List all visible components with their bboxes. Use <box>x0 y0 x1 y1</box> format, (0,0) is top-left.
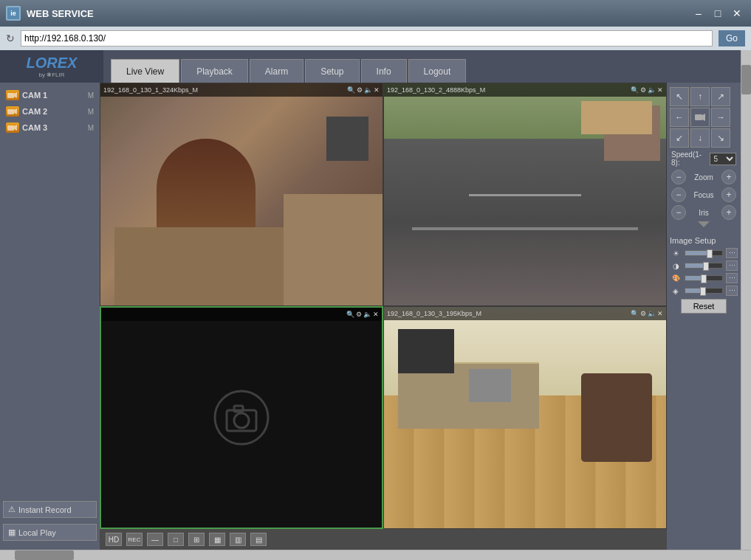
svg-rect-0 <box>7 93 14 98</box>
nav-tabs: Live View Playback Alarm Setup Info Logo… <box>103 50 466 83</box>
contrast-slider-track[interactable] <box>685 263 723 269</box>
saturation-slider-track[interactable] <box>685 275 723 281</box>
tab-logout[interactable]: Logout <box>408 59 467 83</box>
local-play-button[interactable]: ▦ Local Play <box>3 524 97 541</box>
ptz-down[interactable]: ↓ <box>690 128 710 148</box>
ptz-down-left[interactable]: ↙ <box>670 128 689 148</box>
zoom-label: Zoom <box>689 173 719 182</box>
ptz-up-left[interactable]: ↖ <box>670 87 689 106</box>
video-cell-2[interactable]: 192_168_0_130_2_4888Kbps_M 🔍 ⚙ 🔈 ✕ <box>383 83 667 306</box>
zoom-out-button[interactable]: − <box>671 170 686 184</box>
layout-9-button[interactable]: ▤ <box>250 533 267 546</box>
speed-control: Speed(1-8): 5 1 2 3 4 6 7 8 <box>670 151 738 167</box>
zoom-in-button[interactable]: + <box>721 170 736 184</box>
ptz-up-right[interactable]: ↗ <box>711 87 730 106</box>
tab-live-view[interactable]: Live View <box>111 59 179 83</box>
focus-out-button[interactable]: − <box>671 187 686 202</box>
ptz-right[interactable]: → <box>711 108 730 127</box>
tab-info[interactable]: Info <box>361 59 407 83</box>
camera-item-2[interactable]: CAM 2 M <box>3 105 97 118</box>
camera-item-1[interactable]: CAM 1 M <box>3 89 97 102</box>
video-cell-1[interactable]: 192_168_0_130_1_324Kbps_M 🔍 ⚙ 🔈 ✕ <box>100 83 383 306</box>
tab-setup[interactable]: Setup <box>305 59 359 83</box>
ptz-expand-icon[interactable] <box>698 221 710 227</box>
tab-playback[interactable]: Playback <box>181 59 248 83</box>
video-info-2: 192_168_0_130_2_4888Kbps_M <box>387 86 485 94</box>
brightness-slider-track[interactable] <box>685 250 723 256</box>
layout-1-button[interactable]: — <box>147 533 163 546</box>
cam-1-m: M <box>88 91 94 100</box>
speed-select[interactable]: 5 1 2 3 4 6 7 8 <box>710 153 736 165</box>
brightness-detail[interactable]: ⋯ <box>726 248 738 258</box>
tab-alarm[interactable]: Alarm <box>250 59 304 83</box>
hue-handle[interactable] <box>700 287 706 296</box>
video-cell-3[interactable]: 🔍 ⚙ 🔈 ✕ <box>100 306 383 530</box>
video-bar-1: 192_168_0_130_1_324Kbps_M 🔍 ⚙ 🔈 ✕ <box>100 83 383 97</box>
svg-point-8 <box>234 413 249 428</box>
hd-button[interactable]: HD <box>106 533 122 546</box>
camera-placeholder-icon <box>212 388 271 447</box>
image-setup-title: Image Setup <box>670 236 738 245</box>
contrast-detail[interactable]: ⋯ <box>726 260 738 271</box>
ptz-down-right[interactable]: ↘ <box>711 128 730 148</box>
maximize-button[interactable]: □ <box>710 7 726 20</box>
minimize-button[interactable]: – <box>690 7 707 20</box>
cam-3-icon <box>6 122 19 133</box>
go-button[interactable]: Go <box>719 30 745 46</box>
ptz-left[interactable]: ← <box>670 108 689 127</box>
close-icon-3[interactable]: ✕ <box>373 311 379 318</box>
layout-6-button[interactable]: ▦ <box>209 533 225 546</box>
focus-in-button[interactable]: + <box>721 187 736 202</box>
close-icon-4[interactable]: ✕ <box>657 310 663 317</box>
brightness-handle[interactable] <box>707 249 713 258</box>
camera-item-3[interactable]: CAM 3 M <box>3 121 97 134</box>
cam-3-label: CAM 3 <box>22 123 47 132</box>
refresh-button[interactable]: ↻ <box>6 32 15 44</box>
url-input[interactable] <box>21 30 713 46</box>
video-cell-4[interactable]: 192_168_0_130_3_195Kbps_M 🔍 ⚙ 🔈 ✕ <box>383 306 667 530</box>
svg-marker-11 <box>702 114 705 121</box>
brightness-row: ☀ ⋯ <box>670 248 738 258</box>
sidebar: CAM 1 M CAM 2 M CAM 3 <box>0 83 100 550</box>
saturation-detail[interactable]: ⋯ <box>726 273 738 283</box>
instant-record-button[interactable]: ⚠ Instant Record <box>3 501 97 518</box>
rec-icon-4: ⚙ <box>640 310 646 317</box>
horizontal-scrollbar[interactable] <box>0 550 751 560</box>
reset-button[interactable]: Reset <box>681 299 727 314</box>
hue-slider-track[interactable] <box>685 288 723 294</box>
local-play-label: Local Play <box>18 528 56 537</box>
hue-row: ◈ ⋯ <box>670 286 738 296</box>
instant-record-label: Instant Record <box>18 505 72 514</box>
app-icon: ie <box>6 6 21 21</box>
video-toolbar: HD REC — □ ⊞ ▦ ▥ ▤ <box>100 529 667 550</box>
ptz-panel: ↖ ↑ ↗ ← → ↙ ↓ ↘ <box>667 83 741 550</box>
svg-point-6 <box>215 391 268 444</box>
ptz-camera-btn[interactable] <box>690 108 710 127</box>
window-title: WEB SERVICE <box>27 8 685 19</box>
video-icons-1: 🔍 ⚙ 🔈 ✕ <box>347 86 380 94</box>
layout-8-button[interactable]: ▥ <box>230 533 246 546</box>
contrast-handle[interactable] <box>703 262 709 271</box>
cam-3-m: M <box>88 124 94 132</box>
ptz-controls: ↖ ↑ ↗ ← → ↙ ↓ ↘ <box>667 83 741 233</box>
local-play-icon: ▦ <box>8 528 16 537</box>
app-header: LOREX by ❋FLIR Live View Playback Alarm … <box>0 50 741 83</box>
saturation-handle[interactable] <box>701 274 707 283</box>
vertical-scrollbar[interactable] <box>741 50 751 550</box>
zoom-icon-4: 🔍 <box>631 310 639 317</box>
close-icon-2[interactable]: ✕ <box>657 86 663 94</box>
iris-control: − Iris + <box>670 205 738 220</box>
close-icon-1[interactable]: ✕ <box>374 86 380 94</box>
cam-1-icon <box>6 90 19 100</box>
ptz-up[interactable]: ↑ <box>690 87 710 106</box>
iris-label: Iris <box>689 209 719 217</box>
focus-control: − Focus + <box>670 187 738 202</box>
layout-4-button[interactable]: ⊞ <box>188 533 205 546</box>
rec-button[interactable]: REC <box>126 533 143 546</box>
iris-close-button[interactable]: − <box>671 205 686 220</box>
iris-open-button[interactable]: + <box>721 205 736 220</box>
close-button[interactable]: ✕ <box>729 7 745 20</box>
hue-detail[interactable]: ⋯ <box>726 286 738 296</box>
title-bar: ie WEB SERVICE – □ ✕ <box>0 0 751 27</box>
layout-2-button[interactable]: □ <box>168 533 184 546</box>
